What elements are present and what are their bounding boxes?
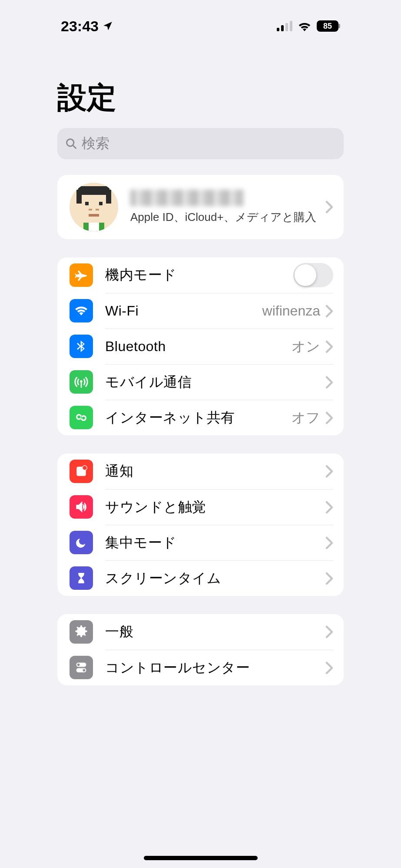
svg-rect-11	[75, 204, 82, 214]
row-label: インターネット共有	[105, 408, 286, 427]
row-general[interactable]: 一般	[57, 614, 344, 650]
row-label: 一般	[105, 622, 320, 641]
row-label: Bluetooth	[105, 339, 286, 355]
chevron-right-icon	[325, 501, 333, 514]
wifi-settings-icon	[70, 299, 93, 322]
row-hotspot[interactable]: インターネット共有 オフ	[57, 400, 344, 435]
airplane-icon	[70, 263, 93, 287]
avatar	[70, 183, 118, 231]
svg-rect-1	[281, 25, 284, 31]
chevron-right-icon	[325, 340, 333, 353]
chevron-right-icon	[325, 376, 333, 389]
svg-point-25	[83, 669, 86, 672]
profile-subtitle: Apple ID、iCloud+、メディアと購入	[130, 210, 325, 225]
chevron-right-icon	[325, 305, 333, 318]
sounds-icon	[70, 495, 93, 519]
svg-rect-15	[89, 209, 92, 210]
svg-rect-14	[99, 202, 103, 205]
airplane-toggle[interactable]	[293, 263, 333, 287]
hotspot-icon	[70, 406, 93, 429]
row-bluetooth[interactable]: Bluetooth オン	[57, 329, 344, 364]
svg-rect-12	[106, 204, 113, 214]
gear-icon	[70, 620, 93, 644]
svg-rect-17	[89, 214, 99, 217]
chevron-right-icon	[325, 536, 333, 549]
row-label: サウンドと触覚	[105, 498, 320, 517]
row-label: スクリーンタイム	[105, 569, 320, 588]
bluetooth-icon	[70, 335, 93, 358]
chevron-right-icon	[325, 625, 333, 638]
svg-rect-10	[82, 195, 106, 221]
wifi-icon	[298, 21, 312, 31]
search-placeholder: 検索	[82, 134, 109, 153]
svg-rect-2	[285, 23, 288, 31]
row-label: 集中モード	[105, 533, 320, 552]
row-value: wifinenza	[262, 303, 320, 319]
row-cellular[interactable]: モバイル通信	[57, 364, 344, 400]
status-bar: 23:43 85	[43, 0, 358, 52]
cellular-icon	[70, 370, 93, 394]
battery-icon: 85	[317, 20, 340, 32]
svg-line-5	[73, 145, 76, 148]
row-label: Wi-Fi	[105, 303, 257, 319]
svg-rect-16	[96, 209, 99, 210]
svg-rect-3	[290, 21, 292, 31]
svg-rect-0	[277, 28, 279, 31]
focus-icon	[70, 531, 93, 554]
profile-name	[130, 190, 243, 206]
row-airplane-mode[interactable]: 機内モード	[57, 257, 344, 293]
chevron-right-icon	[325, 572, 333, 585]
screentime-icon	[70, 566, 93, 590]
page-title: 設定	[43, 52, 358, 128]
control-center-icon	[70, 656, 93, 679]
status-time: 23:43	[61, 18, 99, 35]
row-label: 通知	[105, 462, 320, 481]
svg-rect-19	[89, 223, 99, 231]
search-input[interactable]: 検索	[57, 128, 344, 159]
row-label: モバイル通信	[105, 373, 320, 392]
row-focus[interactable]: 集中モード	[57, 525, 344, 560]
location-icon	[102, 20, 113, 32]
chevron-right-icon	[325, 201, 333, 214]
row-sounds[interactable]: サウンドと触覚	[57, 489, 344, 525]
row-wifi[interactable]: Wi-Fi wifinenza	[57, 293, 344, 329]
search-icon	[65, 138, 77, 150]
svg-point-21	[83, 466, 87, 470]
notifications-icon	[70, 460, 93, 483]
battery-percent: 85	[323, 22, 332, 31]
cellular-signal-icon	[277, 21, 292, 31]
chevron-right-icon	[325, 411, 333, 424]
chevron-right-icon	[325, 465, 333, 478]
svg-point-23	[77, 664, 80, 666]
chevron-right-icon	[325, 661, 333, 674]
profile-row[interactable]: Apple ID、iCloud+、メディアと購入	[57, 175, 344, 239]
row-control-center[interactable]: コントロールセンター	[57, 650, 344, 685]
row-screentime[interactable]: スクリーンタイム	[57, 560, 344, 596]
svg-rect-13	[85, 202, 89, 205]
row-value: オン	[292, 337, 320, 356]
row-value: オフ	[292, 408, 320, 427]
row-label: 機内モード	[105, 266, 288, 285]
row-notifications[interactable]: 通知	[57, 454, 344, 489]
home-indicator[interactable]	[144, 856, 258, 860]
row-label: コントロールセンター	[105, 658, 320, 677]
